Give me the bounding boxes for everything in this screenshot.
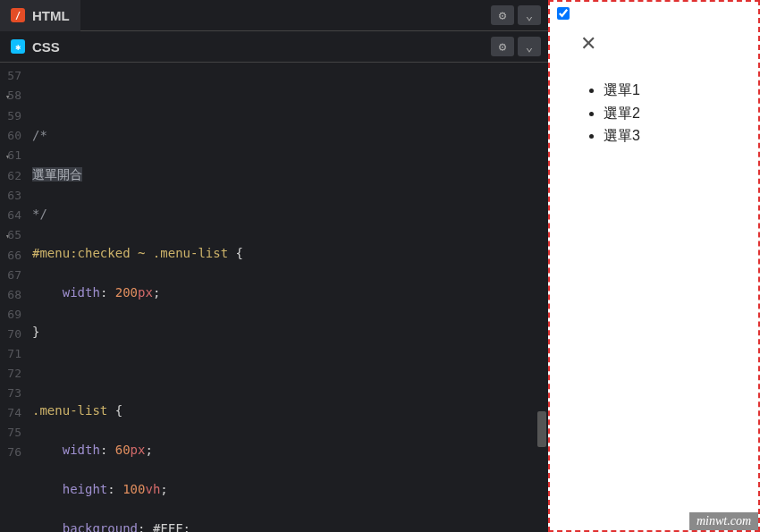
html-tab-bar: / HTML ⚙ ⌄ [0, 0, 548, 31]
tab-css[interactable]: ✱ CSS [0, 31, 71, 63]
tab-html-label: HTML [32, 8, 70, 23]
scrollbar-thumb[interactable] [537, 411, 546, 447]
css-settings-button[interactable]: ⚙ [491, 37, 514, 56]
line-number: 71 [0, 344, 27, 364]
css-file-icon: ✱ [11, 39, 25, 54]
editor-panel: / HTML ⚙ ⌄ ✱ CSS ⚙ ⌄ 57 ▾58 59 60 ▾61 62… [0, 0, 548, 532]
menu-item[interactable]: 選單2 [604, 102, 751, 125]
tab-css-label: CSS [32, 39, 60, 55]
line-number: 60 [0, 126, 27, 146]
preview-panel: ✕ 選單1 選單2 選單3 minwt.com [548, 0, 760, 532]
line-number: 72 [0, 364, 27, 384]
line-number: ▾61 [0, 146, 27, 166]
line-number: 76 [0, 443, 27, 462]
watermark: minwt.com [689, 512, 758, 530]
line-number: 74 [0, 403, 27, 423]
html-file-icon: / [11, 8, 25, 22]
line-number: 70 [0, 325, 27, 344]
css-tab-bar: ✱ CSS ⚙ ⌄ [0, 31, 548, 63]
menu-item[interactable]: 選單3 [604, 124, 751, 148]
close-icon[interactable]: ✕ [580, 34, 751, 54]
line-number: 63 [0, 186, 27, 206]
line-number: 57 [0, 66, 27, 86]
css-tab-actions: ⚙ ⌄ [491, 37, 548, 56]
chevron-down-icon: ⌄ [526, 39, 533, 54]
line-number: 59 [0, 106, 27, 126]
line-number: 62 [0, 166, 27, 186]
code-area[interactable]: 57 ▾58 59 60 ▾61 62 63 64 ▾65 66 67 68 6… [0, 63, 548, 532]
line-number: ▾65 [0, 225, 27, 246]
html-collapse-button[interactable]: ⌄ [518, 5, 541, 25]
line-number: 66 [0, 246, 27, 266]
line-number: 75 [0, 423, 27, 443]
line-number: 69 [0, 305, 27, 325]
tab-html[interactable]: / HTML [0, 0, 80, 31]
gear-icon: ⚙ [499, 8, 506, 22]
code-content[interactable]: /* 選單開合 */ #menu:checked ~ .menu-list { … [27, 63, 548, 532]
menu-list: 選單1 選單2 選單3 [604, 79, 751, 148]
scrollbar[interactable] [537, 63, 546, 532]
chevron-down-icon: ⌄ [526, 8, 533, 22]
line-number: 64 [0, 206, 27, 225]
gear-icon: ⚙ [499, 39, 506, 54]
html-settings-button[interactable]: ⚙ [491, 5, 514, 25]
line-number: ▾58 [0, 86, 27, 106]
line-gutter: 57 ▾58 59 60 ▾61 62 63 64 ▾65 66 67 68 6… [0, 63, 27, 532]
html-tab-actions: ⚙ ⌄ [491, 5, 548, 25]
line-number: 68 [0, 285, 27, 305]
line-number: 67 [0, 266, 27, 285]
menu-item[interactable]: 選單1 [604, 79, 751, 102]
line-number: 73 [0, 384, 27, 403]
menu-checkbox[interactable] [557, 7, 570, 20]
css-collapse-button[interactable]: ⌄ [518, 37, 541, 56]
